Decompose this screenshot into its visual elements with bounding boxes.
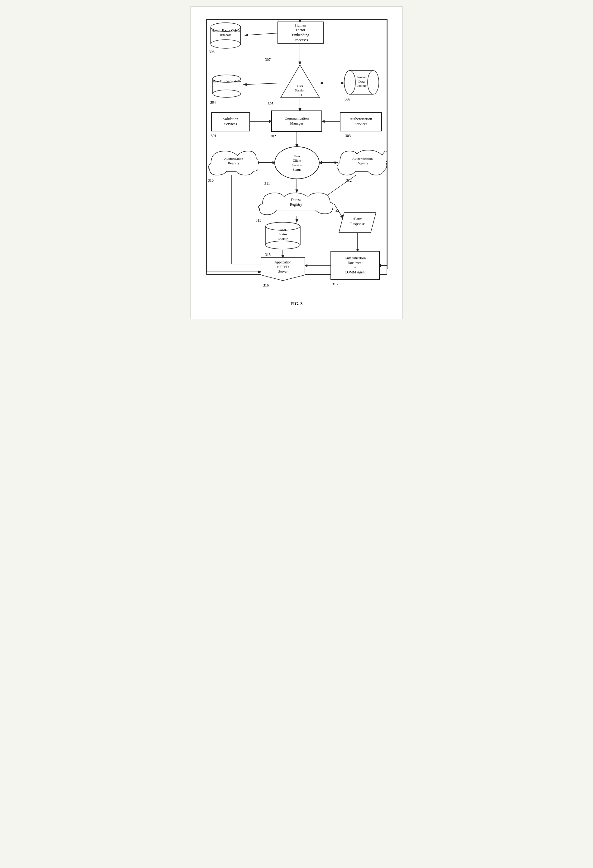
label-312: 312 (346, 178, 352, 183)
label-304: 304 (210, 100, 216, 105)
application-httpd: ApplicationHTTPDServer (260, 257, 306, 281)
user-profile-db: User Profile database (212, 74, 241, 99)
user-status-lookup-label: UserStatusLookup (265, 227, 301, 241)
label-314: 314 (334, 209, 339, 214)
fig-caption-label: FIG. 3 (291, 301, 303, 306)
page: Human Factor Object database 308 User Pr… (190, 6, 403, 319)
duress-registry: DuressRegistry (258, 191, 334, 216)
human-factor-embed: HumanFactorEmbeddingProcesses (278, 22, 324, 44)
session-data-lookup: SessionDataLookup (344, 69, 380, 95)
duress-registry-label: DuressRegistry (264, 198, 328, 207)
diagram: Human Factor Object database 308 User Pr… (203, 16, 390, 297)
communication-manager-label: CommunicationManager (285, 116, 309, 126)
user-session-id: UserSessionID (279, 63, 321, 99)
user-session-id-label: UserSessionID (279, 84, 321, 97)
alarm-response: AlarmResponse (338, 212, 377, 233)
label-313b: 313 (332, 282, 338, 286)
application-httpd-label: ApplicationHTTPDServer (260, 260, 306, 274)
svg-point-35 (211, 40, 241, 49)
authorization-registry-label: AuthorizationRegistry (211, 156, 256, 165)
label-313a: 313 (256, 218, 261, 223)
user-client-session-label: UserClientSessionStatus (292, 154, 302, 172)
user-client-session: UserClientSessionStatus (274, 146, 319, 179)
label-307: 307 (265, 58, 271, 62)
validation-services-label: ValidationServices (223, 117, 238, 126)
label-308: 308 (209, 50, 215, 54)
label-310: 310 (208, 178, 213, 183)
authentication-services-label: AuthenticationServices (350, 117, 372, 126)
authentication-services: AuthenticationServices (340, 112, 382, 131)
label-302: 302 (270, 134, 276, 139)
svg-point-55 (266, 241, 300, 249)
label-301: 301 (211, 134, 216, 138)
fig-caption: FIG. 3 (203, 301, 390, 307)
label-306: 306 (344, 97, 350, 102)
label-303: 303 (345, 134, 351, 138)
auth-doc-comm-label: AuthenticationDocument+COMM Agent (344, 256, 366, 275)
alarm-response-label: AlarmResponse (341, 217, 374, 226)
human-factor-db: Human Factor Object database (210, 22, 241, 50)
label-316: 316 (263, 283, 269, 288)
authentication-registry-label: AuthenticationRegistry (340, 156, 385, 165)
authorization-registry: AuthorizationRegistry (208, 149, 258, 176)
human-factor-embed-label: HumanFactorEmbeddingProcesses (292, 23, 309, 43)
label-315: 315 (265, 252, 271, 257)
human-factor-db-label: Human Factor Object database (210, 28, 241, 37)
user-profile-db-label: User Profile database (212, 79, 241, 84)
authentication-registry: AuthenticationRegistry (337, 149, 387, 176)
user-status-lookup: UserStatusLookup (265, 221, 301, 250)
communication-manager: CommunicationManager (271, 111, 322, 132)
label-311: 311 (264, 182, 270, 186)
label-305: 305 (268, 102, 274, 106)
auth-doc-comm: AuthenticationDocument+COMM Agent (331, 251, 380, 280)
svg-point-41 (213, 90, 241, 97)
validation-services: ValidationServices (211, 112, 250, 131)
session-data-lookup-label: SessionDataLookup (347, 75, 376, 88)
